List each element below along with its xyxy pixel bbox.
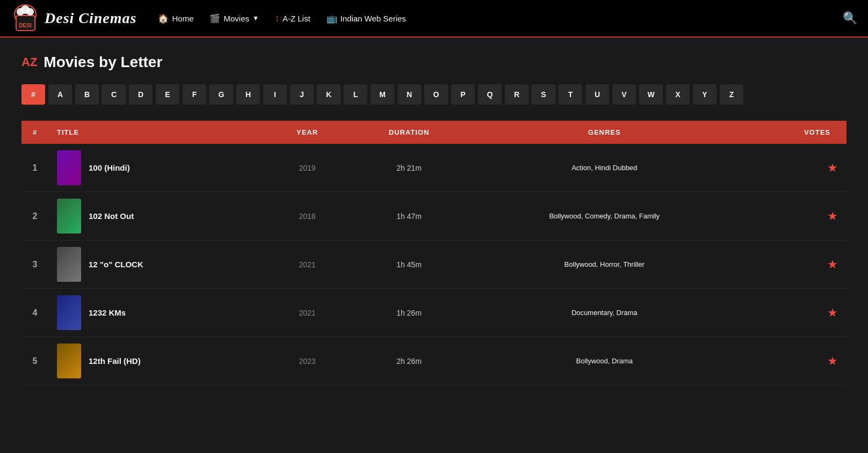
title-cell: 1232 KMs <box>48 289 266 337</box>
movie-poster <box>57 247 81 282</box>
logo-text: Desi Cinemas <box>45 10 136 27</box>
svg-text:DESI: DESI <box>19 23 32 28</box>
movie-title[interactable]: 1232 KMs <box>89 308 126 317</box>
votes-cell: ★ <box>739 240 847 289</box>
movies-table: # TITLE YEAR DURATION GENRES VOTES 1 100… <box>21 121 847 385</box>
duration-cell: 2h 21m <box>348 144 470 192</box>
alpha-btn-m[interactable]: M <box>371 84 394 105</box>
alpha-btn-s[interactable]: S <box>532 84 555 105</box>
alpha-btn-z[interactable]: Z <box>720 84 743 105</box>
alpha-btn-w[interactable]: W <box>639 84 663 105</box>
alpha-btn-r[interactable]: R <box>505 84 529 105</box>
genres-cell: Documentary, Drama <box>470 289 739 337</box>
alpha-btn-u[interactable]: U <box>585 84 609 105</box>
table-row: 1 100 (Hindi) 2019 2h 21m Action, Hindi … <box>21 144 847 192</box>
alpha-btn-q[interactable]: Q <box>478 84 502 105</box>
page-title-row: AZ Movies by Letter <box>21 54 847 71</box>
search-icon: 🔍 <box>843 11 857 25</box>
col-votes: VOTES <box>739 121 847 144</box>
alpha-btn-h[interactable]: H <box>236 84 260 105</box>
genres-cell: Bollywood, Drama <box>470 337 739 385</box>
title-cell: 100 (Hindi) <box>48 144 266 192</box>
alphabet-nav: #ABCDEFGHIJKLMNOPQRSTUVWXYZ <box>21 84 847 105</box>
logo[interactable]: DESI Desi Cinemas <box>11 4 136 33</box>
alpha-btn-p[interactable]: P <box>451 84 475 105</box>
row-number: 1 <box>21 144 48 192</box>
movie-poster <box>57 199 81 233</box>
page-title: Movies by Letter <box>44 54 162 71</box>
alpha-btn-j[interactable]: J <box>290 84 314 105</box>
az-icon: AZ <box>21 55 37 69</box>
search-button[interactable]: 🔍 <box>843 11 857 25</box>
alpha-btn-b[interactable]: B <box>75 84 99 105</box>
alpha-btn-y[interactable]: Y <box>693 84 717 105</box>
votes-cell: ★ <box>739 144 847 192</box>
nav-movies[interactable]: 🎬 Movies ▼ <box>209 13 258 24</box>
row-number: 3 <box>21 240 48 289</box>
alpha-btn-d[interactable]: D <box>129 84 153 105</box>
row-number: 2 <box>21 192 48 240</box>
movie-poster <box>57 150 81 185</box>
alpha-btn-l[interactable]: L <box>344 84 367 105</box>
movie-title[interactable]: 12 "o" CLOCK <box>89 260 143 269</box>
row-number: 4 <box>21 289 48 337</box>
title-cell: 12 "o" CLOCK <box>48 240 266 289</box>
tv-icon: 📺 <box>327 13 337 24</box>
table-body: 1 100 (Hindi) 2019 2h 21m Action, Hindi … <box>21 144 847 385</box>
table-row: 3 12 "o" CLOCK 2021 1h 45m Bollywood, Ho… <box>21 240 847 289</box>
alpha-btn-o[interactable]: O <box>424 84 448 105</box>
header: DESI Desi Cinemas 🏠 Home 🎬 Movies ▼ ↕ A-… <box>0 0 868 38</box>
nav-web-series[interactable]: 📺 Indian Web Series <box>327 13 406 24</box>
alpha-btn-n[interactable]: N <box>397 84 421 105</box>
votes-cell: ★ <box>739 192 847 240</box>
col-year: YEAR <box>266 121 348 144</box>
star-icon[interactable]: ★ <box>827 258 838 271</box>
alpha-btn-i[interactable]: I <box>263 84 287 105</box>
svg-point-4 <box>26 8 34 16</box>
col-genres: GENRES <box>470 121 739 144</box>
alpha-btn-x[interactable]: X <box>666 84 690 105</box>
az-nav-icon: ↕ <box>275 13 279 23</box>
nav-home[interactable]: 🏠 Home <box>158 13 193 24</box>
col-title: TITLE <box>48 121 266 144</box>
movie-title[interactable]: 102 Not Out <box>89 211 134 221</box>
duration-cell: 1h 47m <box>348 192 470 240</box>
dropdown-arrow-icon: ▼ <box>252 14 259 22</box>
year-cell: 2021 <box>266 289 348 337</box>
alpha-btn-f[interactable]: F <box>183 84 206 105</box>
movie-poster <box>57 295 81 330</box>
table-row: 2 102 Not Out 2018 1h 47m Bollywood, Com… <box>21 192 847 240</box>
year-cell: 2021 <box>266 240 348 289</box>
duration-cell: 1h 45m <box>348 240 470 289</box>
year-cell: 2019 <box>266 144 348 192</box>
row-number: 5 <box>21 337 48 385</box>
duration-cell: 2h 26m <box>348 337 470 385</box>
movie-title[interactable]: 12th Fail (HD) <box>89 356 141 366</box>
main-nav: 🏠 Home 🎬 Movies ▼ ↕ A-Z List 📺 Indian We… <box>158 13 843 24</box>
star-icon[interactable]: ★ <box>827 161 838 174</box>
alpha-btn-c[interactable]: C <box>102 84 126 105</box>
title-cell: 102 Not Out <box>48 192 266 240</box>
nav-az-list[interactable]: ↕ A-Z List <box>275 13 310 23</box>
alpha-btn-g[interactable]: G <box>209 84 233 105</box>
duration-cell: 1h 26m <box>348 289 470 337</box>
votes-cell: ★ <box>739 337 847 385</box>
home-icon: 🏠 <box>158 13 169 24</box>
alpha-btn-hash[interactable]: # <box>21 84 45 105</box>
alpha-btn-e[interactable]: E <box>156 84 179 105</box>
film-icon: 🎬 <box>209 13 220 24</box>
star-icon[interactable]: ★ <box>827 306 838 319</box>
alpha-btn-t[interactable]: T <box>559 84 582 105</box>
movie-poster <box>57 344 81 378</box>
star-icon[interactable]: ★ <box>827 209 838 223</box>
table-row: 5 12th Fail (HD) 2023 2h 26m Bollywood, … <box>21 337 847 385</box>
alpha-btn-v[interactable]: V <box>612 84 636 105</box>
col-num: # <box>21 121 48 144</box>
col-duration: DURATION <box>348 121 470 144</box>
movie-title[interactable]: 100 (Hindi) <box>89 163 130 172</box>
alpha-btn-k[interactable]: K <box>317 84 341 105</box>
genres-cell: Action, Hindi Dubbed <box>470 144 739 192</box>
main-content: AZ Movies by Letter #ABCDEFGHIJKLMNOPQRS… <box>0 38 868 401</box>
star-icon[interactable]: ★ <box>827 354 838 368</box>
alpha-btn-a[interactable]: A <box>48 84 72 105</box>
